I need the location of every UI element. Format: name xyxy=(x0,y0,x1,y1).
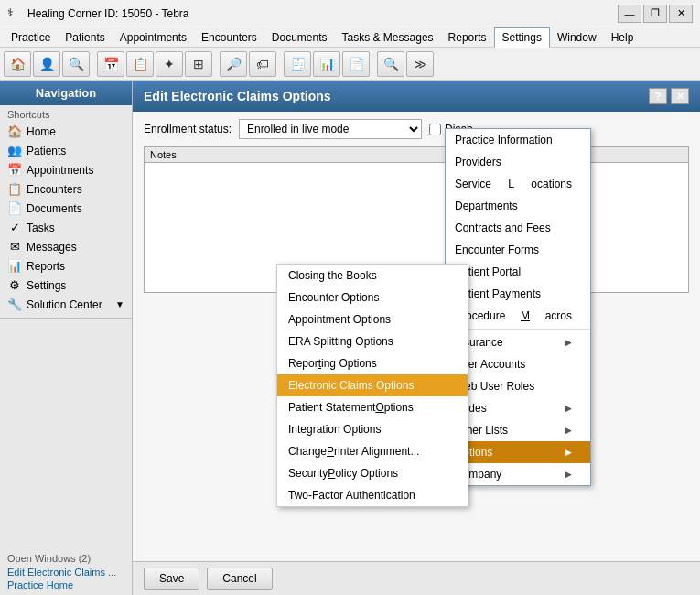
toolbar-zoom-btn[interactable]: 🔍 xyxy=(377,51,404,77)
minimize-button[interactable]: — xyxy=(618,5,641,23)
messages-icon: ✉ xyxy=(7,240,22,254)
nav-home[interactable]: 🏠 Home xyxy=(0,122,132,141)
dropdown-departments[interactable]: Departments xyxy=(446,195,590,217)
nav-header: Navigation xyxy=(0,81,132,105)
save-button[interactable]: Save xyxy=(144,568,199,590)
open-window-practice-home[interactable]: Practice Home xyxy=(7,579,124,591)
open-windows-section: Open Windows (2) Edit Electronic Claims … xyxy=(0,549,132,595)
dropdown-practice-info[interactable]: Practice Information xyxy=(446,129,590,151)
tasks-icon: ✓ xyxy=(7,221,22,234)
submenu-appointment-options[interactable]: Appointment Options xyxy=(277,308,468,330)
documents-icon: 📄 xyxy=(7,201,22,215)
window-controls: — ❐ ✕ xyxy=(618,5,693,23)
toolbar-calendar-btn[interactable]: 📅 xyxy=(97,51,124,77)
options-submenu: Closing the Books Encounter Options Appo… xyxy=(276,264,468,507)
close-panel-btn[interactable]: ✕ xyxy=(671,88,689,104)
submenu-security-policy[interactable]: Security Policy Options xyxy=(277,462,468,484)
submenu-closing-books[interactable]: Closing the Books xyxy=(277,265,468,287)
enrollment-select[interactable]: Enrolled in live mode xyxy=(239,119,422,139)
submenu-patient-statement[interactable]: Patient Statement Options xyxy=(277,396,468,418)
solution-center-icon: 🔧 xyxy=(7,298,22,311)
title-text: Healing Corner ID: 15050 - Tebra xyxy=(27,7,618,20)
toolbar-more-btn[interactable]: ≫ xyxy=(406,51,434,77)
menu-reports[interactable]: Reports xyxy=(441,27,494,48)
nav-patients[interactable]: 👥 Patients xyxy=(0,141,132,160)
submenu-two-factor[interactable]: Two-Factor Authentication xyxy=(277,484,468,506)
nav-patients-label: Patients xyxy=(27,145,66,157)
toolbar-home-btn[interactable]: 🏠 xyxy=(4,51,31,77)
dropdown-encounter-forms[interactable]: Encounter Forms xyxy=(446,239,590,261)
nav-messages-label: Messages xyxy=(27,241,77,254)
edit-panel-header: Edit Electronic Claims Options ? ✕ xyxy=(133,81,700,112)
main-container: Navigation Shortcuts 🏠 Home 👥 Patients 📅… xyxy=(0,81,700,595)
nav-appointments-label: Appointments xyxy=(27,164,93,177)
nav-messages[interactable]: ✉ Messages xyxy=(0,237,132,256)
submenu-encounter-options[interactable]: Encounter Options xyxy=(277,287,468,308)
menu-patients[interactable]: Patients xyxy=(58,27,112,48)
nav-home-label: Home xyxy=(27,125,56,138)
menu-practice[interactable]: Practice xyxy=(4,27,58,48)
menu-window[interactable]: Window xyxy=(550,27,604,48)
title-bar: ⚕ Healing Corner ID: 15050 - Tebra — ❐ ✕ xyxy=(0,0,700,27)
appointments-icon: 📅 xyxy=(7,163,22,177)
nav-items: 🏠 Home 👥 Patients 📅 Appointments 📋 Encou… xyxy=(0,122,132,549)
close-button[interactable]: ✕ xyxy=(669,5,693,23)
menu-appointments[interactable]: Appointments xyxy=(113,27,194,48)
menu-tasks-messages[interactable]: Tasks & Messages xyxy=(335,27,441,48)
toolbar-chart-btn[interactable]: 📊 xyxy=(313,51,340,77)
nav-tasks[interactable]: ✓ Tasks xyxy=(0,218,132,237)
nav-reports-label: Reports xyxy=(27,260,65,273)
open-window-edit-claims[interactable]: Edit Electronic Claims ... xyxy=(7,566,124,579)
nav-settings[interactable]: ⚙ Settings xyxy=(0,276,132,295)
notes-label: Notes xyxy=(145,147,688,163)
toolbar-grid-btn[interactable]: ⊞ xyxy=(185,51,212,77)
help-panel-btn[interactable]: ? xyxy=(649,88,667,104)
menu-encounters[interactable]: Encounters xyxy=(194,27,264,48)
toolbar-list-btn[interactable]: 📋 xyxy=(126,51,154,77)
nav-panel: Navigation Shortcuts 🏠 Home 👥 Patients 📅… xyxy=(0,81,133,595)
dropdown-service-locations[interactable]: Service Locations xyxy=(446,173,590,195)
enrollment-label: Enrollment status: xyxy=(144,123,232,135)
toolbar-star-btn[interactable]: ✦ xyxy=(156,51,183,77)
nav-documents[interactable]: 📄 Documents xyxy=(0,199,132,218)
nav-documents-label: Documents xyxy=(27,202,82,215)
toolbar-doc-search-btn[interactable]: 🔎 xyxy=(220,51,247,77)
patients-icon: 👥 xyxy=(7,144,22,157)
nav-appointments[interactable]: 📅 Appointments xyxy=(0,160,132,179)
bottom-bar: Save Cancel xyxy=(133,561,700,595)
nav-encounters-label: Encounters xyxy=(27,183,82,196)
toolbar-tag-btn[interactable]: 🏷 xyxy=(249,51,276,77)
nav-settings-label: Settings xyxy=(27,279,66,292)
enrollment-row: Enrollment status: Enrolled in live mode… xyxy=(144,119,689,139)
nav-encounters[interactable]: 📋 Encounters xyxy=(0,179,132,199)
dropdown-providers[interactable]: Providers xyxy=(446,151,590,173)
cancel-button[interactable]: Cancel xyxy=(207,568,272,590)
chevron-down-icon: ▼ xyxy=(115,299,124,309)
submenu-electronic-claims[interactable]: Electronic Claims Options xyxy=(277,374,468,396)
menu-settings[interactable]: Settings xyxy=(494,27,550,48)
menu-help[interactable]: Help xyxy=(604,27,641,48)
menu-bar: Practice Patients Appointments Encounter… xyxy=(0,27,700,48)
open-windows-label: Open Windows (2) xyxy=(7,553,124,564)
submenu-era-splitting[interactable]: ERA Splitting Options xyxy=(277,330,468,352)
reports-icon: 📊 xyxy=(7,259,22,273)
disable-checkbox[interactable] xyxy=(429,124,441,135)
encounters-icon: 📋 xyxy=(7,182,22,196)
toolbar-search-btn[interactable]: 🔍 xyxy=(62,51,90,77)
toolbar-add-patient-btn[interactable]: 👤 xyxy=(33,51,60,77)
dropdown-contracts-fees[interactable]: Contracts and Fees xyxy=(446,217,590,239)
shortcuts-label: Shortcuts xyxy=(0,105,132,122)
nav-solution-center[interactable]: 🔧 Solution Center ▼ xyxy=(0,295,132,314)
toolbar-doc-btn[interactable]: 📄 xyxy=(342,51,370,77)
settings-icon: ⚙ xyxy=(7,278,22,292)
toolbar-receipt-btn[interactable]: 🧾 xyxy=(284,51,311,77)
edit-panel-controls: ? ✕ xyxy=(649,88,689,104)
home-icon: 🏠 xyxy=(7,124,22,138)
menu-documents[interactable]: Documents xyxy=(264,27,335,48)
app-icon: ⚕ xyxy=(7,6,22,21)
submenu-integration-options[interactable]: Integration Options xyxy=(277,418,468,440)
restore-button[interactable]: ❐ xyxy=(643,5,667,23)
submenu-reporting-options[interactable]: Reporting Options xyxy=(277,352,468,374)
nav-reports[interactable]: 📊 Reports xyxy=(0,256,132,276)
submenu-change-printer[interactable]: Change Printer Alignment... xyxy=(277,440,468,462)
